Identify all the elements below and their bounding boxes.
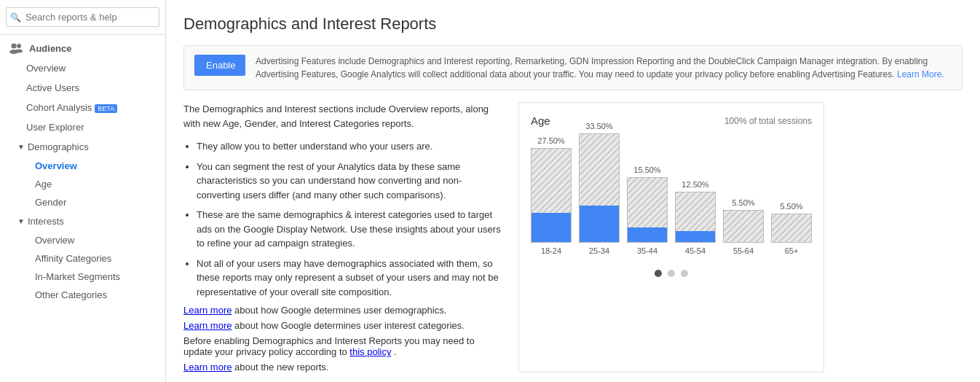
- bullet-list: They allow you to better understand who …: [183, 139, 504, 299]
- sidebar: 🔍 Audience Overview Active Users Cohort …: [0, 0, 166, 382]
- learn-more-interests-link[interactable]: Learn more: [183, 320, 232, 331]
- bar-pct: 5.50%: [780, 202, 802, 211]
- bar-pct: 15.50%: [633, 165, 660, 174]
- bar-group-18-24: 27.50%18-24: [531, 136, 572, 255]
- chart-dot-1[interactable]: [668, 270, 675, 277]
- svg-point-1: [17, 44, 21, 48]
- demographics-header[interactable]: ▼ Demographics: [0, 137, 165, 157]
- bar-label: 18-24: [541, 246, 561, 255]
- sidebar-item-demo-gender[interactable]: Gender: [0, 193, 165, 211]
- enable-banner: Enable Advertising Features include Demo…: [183, 45, 963, 90]
- bar-outer: [675, 192, 716, 243]
- chart-panel: Age 100% of total sessions 27.50%18-2433…: [518, 102, 824, 373]
- bar-outer: [723, 210, 764, 243]
- audience-label: Audience: [29, 43, 72, 54]
- link4-post: about the new reports.: [234, 362, 328, 373]
- sidebar-item-demo-overview[interactable]: Overview: [0, 157, 165, 175]
- content-area: The Demographics and Interest sections i…: [183, 102, 963, 373]
- sidebar-item-demo-age[interactable]: Age: [0, 175, 165, 193]
- bar-group-55-64: 5.50%55-64: [723, 198, 764, 255]
- audience-icon: [9, 42, 23, 54]
- bar-pct: 12.50%: [681, 180, 708, 189]
- bar-group-25-34: 33.50%25-34: [579, 122, 620, 255]
- banner-text: Advertising Features include Demographic…: [256, 55, 952, 81]
- bar-group-35-44: 15.50%35-44: [627, 165, 668, 255]
- search-icon: 🔍: [10, 12, 21, 23]
- chart-dots: [531, 270, 812, 277]
- bar-group-65+: 5.50%65+: [771, 202, 812, 255]
- bar-label: 65+: [785, 246, 799, 255]
- search-box: 🔍: [0, 0, 165, 35]
- sidebar-item-overview[interactable]: Overview: [0, 58, 165, 78]
- bar-pct: 5.50%: [732, 198, 754, 207]
- demographics-label: Demographics: [28, 141, 89, 152]
- bar-group-45-54: 12.50%45-54: [675, 180, 716, 255]
- bar-label: 55-64: [733, 246, 754, 255]
- bar-outer: [771, 214, 812, 243]
- svg-point-3: [15, 50, 23, 53]
- this-policy-link[interactable]: this policy: [349, 346, 391, 357]
- bar-fill: [580, 206, 619, 242]
- bullet-2: You can segment the rest of your Analyti…: [197, 160, 504, 203]
- chart-dot-2[interactable]: [681, 270, 688, 277]
- learn-more-link[interactable]: Learn More.: [897, 69, 944, 79]
- link1-post: about how Google determines user demogra…: [234, 305, 446, 316]
- bar-chart: 27.50%18-2433.50%25-3415.50%35-4412.50%4…: [531, 139, 812, 255]
- link3-para: Before enabling Demographics and Interes…: [183, 335, 504, 357]
- bar-pct: 33.50%: [585, 122, 612, 130]
- bar-label: 25-34: [589, 246, 609, 255]
- beta-badge: BETA: [95, 104, 117, 113]
- sidebar-item-int-overview[interactable]: Overview: [0, 231, 165, 249]
- interests-label: Interests: [28, 216, 64, 227]
- sidebar-item-user-explorer[interactable]: User Explorer: [0, 117, 165, 137]
- interests-header[interactable]: ▼ Interests: [0, 211, 165, 231]
- bullet-1: They allow you to better understand who …: [197, 139, 504, 154]
- sidebar-item-int-other[interactable]: Other Categories: [0, 286, 165, 304]
- sidebar-item-active-users[interactable]: Active Users: [0, 78, 165, 98]
- bar-pct: 27.50%: [537, 136, 564, 145]
- interests-arrow: ▼: [17, 217, 25, 225]
- left-panel: The Demographics and Interest sections i…: [183, 102, 504, 373]
- svg-point-0: [12, 44, 17, 49]
- enable-button[interactable]: Enable: [194, 55, 245, 76]
- link1-para: Learn more about how Google determines u…: [183, 305, 504, 316]
- link4-para: Learn more about the new reports.: [183, 362, 504, 373]
- banner-body: Advertising Features include Demographic…: [256, 56, 928, 79]
- link3-post: .: [394, 346, 397, 357]
- link2-para: Learn more about how Google determines u…: [183, 320, 504, 331]
- search-input[interactable]: [6, 7, 159, 27]
- sidebar-item-cohort-analysis[interactable]: Cohort AnalysisBETA: [0, 98, 165, 117]
- bar-label: 45-54: [685, 246, 706, 255]
- chart-title: Age: [531, 114, 550, 127]
- bar-fill: [532, 213, 571, 242]
- learn-more-demographics-link[interactable]: Learn more: [183, 305, 232, 316]
- page-title: Demographics and Interest Reports: [183, 15, 963, 34]
- learn-more-new-reports-link[interactable]: Learn more: [183, 362, 232, 373]
- bar-fill: [628, 227, 667, 242]
- bar-outer: [579, 133, 620, 243]
- chart-subtitle: 100% of total sessions: [724, 116, 812, 126]
- bar-fill: [676, 231, 715, 242]
- sidebar-item-int-inmarket[interactable]: In-Market Segments: [0, 268, 165, 286]
- audience-header[interactable]: Audience: [0, 35, 165, 58]
- chart-header: Age 100% of total sessions: [531, 114, 812, 127]
- bullet-3: These are the same demographics & intere…: [197, 208, 504, 251]
- bullet-4: Not all of your users may have demograph…: [197, 257, 504, 300]
- link2-post: about how Google determines user interes…: [234, 320, 465, 331]
- link3-pre: Before enabling Demographics and Interes…: [183, 335, 475, 357]
- sidebar-item-int-affinity[interactable]: Affinity Categories: [0, 249, 165, 268]
- chart-dot-0[interactable]: [655, 270, 662, 277]
- bar-outer: [627, 177, 668, 243]
- bar-label: 35-44: [637, 246, 657, 255]
- intro-text: The Demographics and Interest sections i…: [183, 102, 504, 130]
- demographics-arrow: ▼: [17, 143, 25, 151]
- bar-outer: [531, 148, 572, 243]
- main-content: Demographics and Interest Reports Enable…: [166, 0, 980, 382]
